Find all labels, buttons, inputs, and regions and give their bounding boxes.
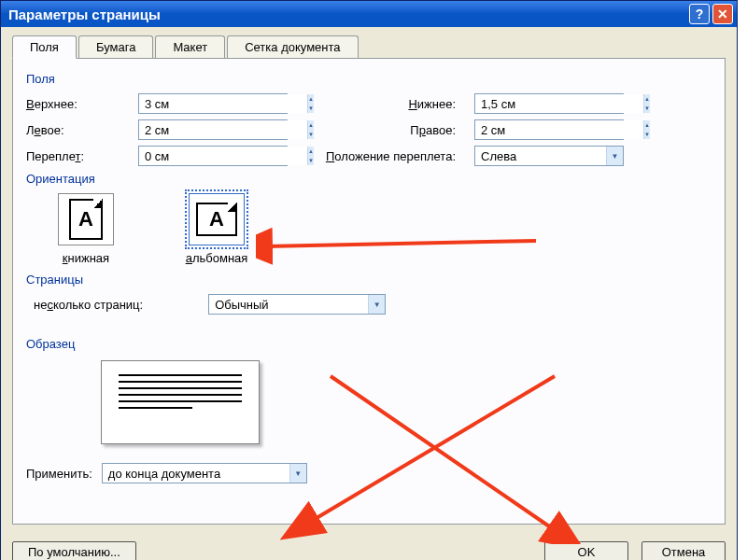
left-margin-label: Левое: (26, 123, 138, 137)
tab-fields[interactable]: Поля (12, 35, 77, 59)
right-margin-field[interactable] (475, 120, 643, 139)
bottom-margin-field[interactable] (475, 94, 643, 113)
chevron-up-icon[interactable]: ▲ (644, 120, 650, 130)
bottom-margin-label: Нижнее: (288, 97, 474, 111)
group-fields-title: Поля (26, 72, 712, 86)
tab-panel-fields: Поля Верхнее: ▲ ▼ Нижнее: ▲ ▼ (12, 58, 726, 525)
annotation-arrow-icon (275, 357, 583, 544)
left-margin-input[interactable]: ▲ ▼ (138, 119, 288, 140)
group-preview-title: Образец (26, 337, 712, 351)
orientation-landscape[interactable]: A альбомная (170, 193, 263, 265)
titlebar[interactable]: Параметры страницы ? ✕ (1, 1, 737, 27)
preview-image (101, 360, 260, 444)
tab-paper[interactable]: Бумага (78, 35, 153, 59)
gutter-input[interactable]: ▲ ▼ (138, 146, 288, 166)
gutter-field[interactable] (139, 147, 307, 165)
svg-line-1 (331, 376, 555, 530)
orientation-landscape-label: альбомная (170, 251, 263, 265)
dialog-footer: По умолчанию... OK Отмена (1, 534, 737, 560)
tab-layout[interactable]: Макет (155, 35, 225, 59)
gutter-pos-value: Слева (475, 149, 606, 163)
cancel-button[interactable]: Отмена (641, 541, 726, 560)
portrait-icon: A (58, 193, 114, 245)
multi-pages-label: несколько страниц: (34, 298, 143, 312)
apply-value: до конца документа (103, 467, 289, 481)
top-margin-label: Верхнее: (26, 97, 138, 111)
chevron-down-icon[interactable]: ▼ (606, 147, 623, 165)
orientation-portrait-label: книжная (39, 251, 133, 265)
bottom-margin-input[interactable]: ▲ ▼ (474, 93, 624, 114)
spinner-arrows[interactable]: ▲ ▼ (643, 94, 650, 113)
right-margin-label: Правое: (288, 123, 474, 137)
ok-button[interactable]: OK (544, 541, 628, 560)
chevron-down-icon[interactable]: ▼ (644, 130, 650, 139)
group-orientation-title: Ориентация (26, 172, 712, 186)
top-margin-field[interactable] (139, 94, 307, 113)
window-title: Параметры страницы (8, 7, 686, 22)
spinner-arrows[interactable]: ▲ ▼ (643, 120, 650, 139)
page-setup-dialog: Параметры страницы ? ✕ Поля Бумага Макет… (0, 0, 738, 560)
help-button[interactable]: ? (689, 4, 710, 24)
gutter-pos-combo[interactable]: Слева ▼ (474, 146, 624, 166)
apply-label: Применить: (26, 467, 92, 481)
chevron-down-icon[interactable]: ▼ (289, 464, 306, 483)
svg-line-2 (312, 376, 555, 521)
gutter-label: Переплет: (26, 149, 138, 163)
multi-pages-value: Обычный (209, 298, 368, 312)
apply-combo[interactable]: до конца документа ▼ (102, 463, 307, 483)
group-pages-title: Страницы (26, 273, 712, 287)
tab-grid[interactable]: Сетка документа (227, 35, 358, 59)
close-button[interactable]: ✕ (712, 4, 733, 24)
gutter-pos-label: Положение переплета: (288, 149, 474, 163)
close-icon: ✕ (717, 7, 728, 21)
chevron-down-icon[interactable]: ▼ (368, 295, 385, 314)
top-margin-input[interactable]: ▲ ▼ (138, 93, 288, 114)
left-margin-field[interactable] (139, 120, 307, 139)
chevron-up-icon[interactable]: ▲ (644, 94, 650, 104)
annotation-arrow-icon (275, 357, 583, 544)
orientation-portrait[interactable]: A книжная (39, 193, 133, 265)
tab-strip: Поля Бумага Макет Сетка документа (12, 35, 726, 58)
default-button[interactable]: По умолчанию... (12, 541, 136, 560)
right-margin-input[interactable]: ▲ ▼ (474, 119, 624, 140)
chevron-down-icon[interactable]: ▼ (644, 104, 650, 113)
multi-pages-combo[interactable]: Обычный ▼ (208, 294, 386, 315)
landscape-icon: A (189, 193, 245, 245)
